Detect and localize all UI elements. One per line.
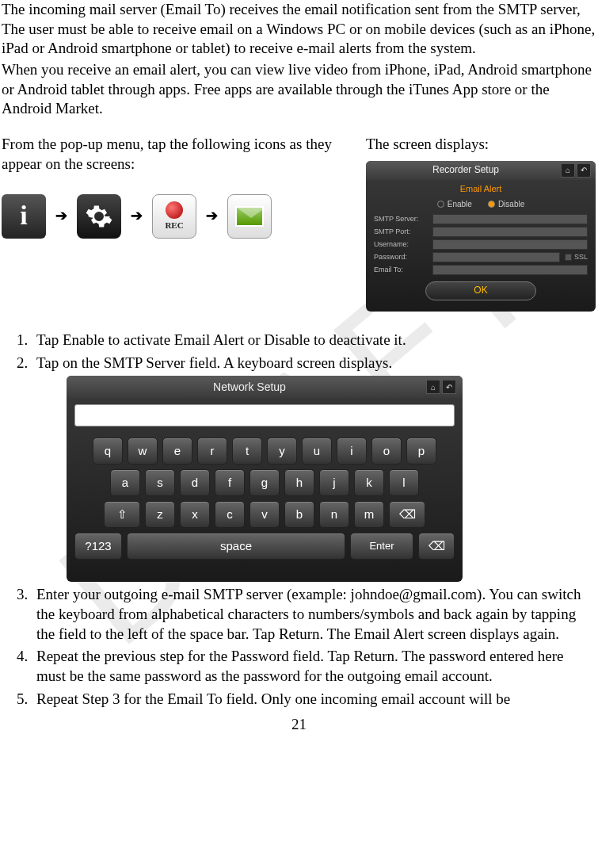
key-i[interactable]: i bbox=[337, 438, 367, 465]
step-3: Enter your outgoing e-mail SMTP server (… bbox=[32, 585, 596, 644]
key-shift[interactable]: ⇧ bbox=[104, 501, 140, 528]
password-input[interactable] bbox=[432, 252, 560, 262]
enable-radio[interactable]: Enable bbox=[437, 199, 472, 209]
step-2: Tap on the SMTP Server field. A keyboard… bbox=[32, 354, 596, 583]
arrow-icon: ➔ bbox=[206, 207, 218, 225]
step-4: Repeat the previous step for the Passwor… bbox=[32, 647, 596, 686]
ok-button[interactable]: OK bbox=[425, 281, 536, 300]
home-icon[interactable]: ⌂ bbox=[426, 380, 440, 394]
panel-title: Recorder Setup bbox=[371, 164, 561, 177]
key-q[interactable]: q bbox=[93, 438, 123, 465]
keyboard-text-input[interactable] bbox=[74, 404, 455, 426]
disable-radio[interactable]: Disable bbox=[488, 199, 524, 209]
mail-icon[interactable] bbox=[227, 194, 272, 239]
key-l[interactable]: l bbox=[389, 469, 419, 496]
intro-para-1: The incoming mail server (Email To) rece… bbox=[2, 0, 596, 59]
home-icon[interactable]: ⌂ bbox=[561, 163, 575, 178]
username-label: Username: bbox=[374, 240, 428, 250]
step-5: Repeat Step 3 for the Email To field. On… bbox=[32, 690, 596, 709]
arrow-icon: ➔ bbox=[55, 207, 67, 225]
key-u[interactable]: u bbox=[302, 438, 332, 465]
key-b[interactable]: b bbox=[284, 501, 314, 528]
smtp-server-input[interactable] bbox=[432, 214, 588, 224]
smtp-server-label: SMTP Server: bbox=[374, 215, 428, 224]
key-o[interactable]: o bbox=[371, 438, 402, 465]
key-x[interactable]: x bbox=[180, 501, 210, 528]
gear-icon[interactable] bbox=[77, 194, 121, 239]
key-v[interactable]: v bbox=[249, 501, 280, 528]
key-j[interactable]: j bbox=[319, 469, 349, 496]
key-r[interactable]: r bbox=[197, 438, 227, 465]
icon-sequence: i ➔ ➔ REC ➔ bbox=[2, 194, 334, 239]
key-y[interactable]: y bbox=[267, 438, 297, 465]
key-t[interactable]: t bbox=[232, 438, 262, 465]
back-icon[interactable]: ↶ bbox=[442, 380, 456, 394]
info-icon[interactable]: i bbox=[2, 194, 46, 239]
email-to-label: Email To: bbox=[374, 266, 428, 275]
email-to-input[interactable] bbox=[432, 265, 588, 275]
key-space[interactable]: space bbox=[127, 533, 345, 560]
smtp-port-input[interactable] bbox=[432, 227, 588, 237]
record-icon[interactable]: REC bbox=[152, 194, 196, 239]
smtp-port-label: SMTP Port: bbox=[374, 228, 428, 237]
key-z[interactable]: z bbox=[145, 501, 175, 528]
key-f[interactable]: f bbox=[215, 469, 245, 496]
key-m[interactable]: m bbox=[354, 501, 384, 528]
key-backspace-row[interactable]: ⌫ bbox=[389, 501, 425, 528]
right-col-text: The screen displays: bbox=[366, 135, 596, 155]
step-1: Tap Enable to activate Email Alert or Di… bbox=[32, 331, 596, 350]
key-d[interactable]: d bbox=[180, 469, 210, 496]
key-symbols[interactable]: ?123 bbox=[74, 533, 122, 560]
intro-para-2: When you receive an email alert, you can… bbox=[2, 60, 596, 119]
key-c[interactable]: c bbox=[215, 501, 245, 528]
keyboard-title: Network Setup bbox=[73, 380, 426, 394]
key-backspace[interactable]: ⌫ bbox=[418, 533, 455, 560]
key-g[interactable]: g bbox=[249, 469, 280, 496]
key-n[interactable]: n bbox=[319, 501, 349, 528]
keyboard-panel: Network Setup ⌂ ↶ qwertyuiop asdfghjkl ⇧… bbox=[67, 376, 463, 582]
key-p[interactable]: p bbox=[406, 438, 436, 465]
arrow-icon: ➔ bbox=[131, 207, 143, 225]
left-col-text: From the pop-up menu, tap the following … bbox=[2, 135, 334, 174]
email-alert-heading: Email Alert bbox=[366, 180, 596, 197]
key-w[interactable]: w bbox=[128, 438, 158, 465]
page-number: 21 bbox=[2, 715, 596, 735]
key-enter[interactable]: Enter bbox=[350, 533, 413, 560]
back-icon[interactable]: ↶ bbox=[577, 163, 591, 178]
username-input[interactable] bbox=[432, 239, 588, 250]
key-s[interactable]: s bbox=[145, 469, 175, 496]
key-a[interactable]: a bbox=[110, 469, 140, 496]
password-label: Password: bbox=[374, 253, 428, 262]
key-k[interactable]: k bbox=[354, 469, 384, 496]
ssl-checkbox[interactable]: SSL bbox=[565, 253, 588, 262]
key-e[interactable]: e bbox=[162, 438, 192, 465]
recorder-setup-panel: Recorder Setup ⌂ ↶ Email Alert Enable Di… bbox=[366, 161, 596, 312]
key-h[interactable]: h bbox=[284, 469, 314, 496]
